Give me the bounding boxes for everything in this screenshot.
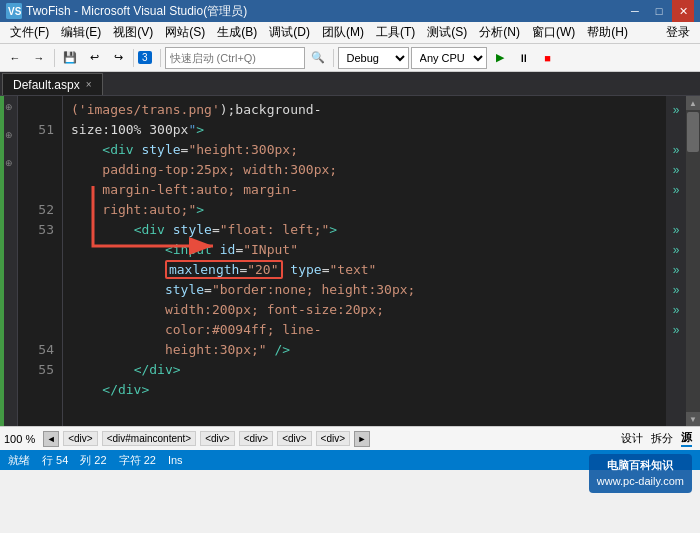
menu-help[interactable]: 帮助(H) xyxy=(581,22,634,43)
line-num-blank7 xyxy=(22,280,54,300)
menu-edit[interactable]: 编辑(E) xyxy=(55,22,107,43)
scroll-up-button[interactable]: ▲ xyxy=(686,96,700,110)
green-margin xyxy=(0,96,4,426)
menu-website[interactable]: 网站(S) xyxy=(159,22,211,43)
right-arrow-5: » xyxy=(673,220,680,240)
code-line-51b: padding-top:25px; width:300px; xyxy=(71,160,658,180)
code-line-53d: width:200px; font-size:20px; xyxy=(71,300,658,320)
vertical-scrollbar[interactable]: ▲ ▼ xyxy=(686,96,700,426)
bottom-toolbar: 100 % ◄ <div> <div#maincontent> <div> <d… xyxy=(0,426,700,450)
code-line-51c: margin-left:auto; margin- xyxy=(71,180,658,200)
right-annotations: » » » » » » » » » » xyxy=(666,96,686,426)
window-title: TwoFish - Microsoft Visual Studio(管理员) xyxy=(26,3,624,20)
version-badge: 3 xyxy=(138,51,152,64)
undo-button[interactable]: ↩ xyxy=(83,47,105,69)
vs-icon: VS xyxy=(6,3,22,19)
code-line-55: </div> xyxy=(71,380,658,400)
margin-icon-3: ⊕ xyxy=(5,158,13,168)
status-ready: 就绪 xyxy=(8,453,30,468)
scroll-down-button[interactable]: ▼ xyxy=(686,412,700,426)
right-arrow-1: » xyxy=(673,100,680,120)
line-num-blank5 xyxy=(22,240,54,260)
watermark-line1: 电脑百科知识 xyxy=(597,458,684,473)
path-item-4[interactable]: <div> xyxy=(239,431,273,446)
line-num-blank9 xyxy=(22,320,54,340)
menu-test[interactable]: 测试(S) xyxy=(421,22,473,43)
forward-button[interactable]: → xyxy=(28,47,50,69)
right-arrow-4: » xyxy=(673,180,680,200)
nav-left-button[interactable]: ◄ xyxy=(43,431,59,447)
config-select[interactable]: Debug Release xyxy=(338,47,409,69)
code-line-54: </div> xyxy=(71,360,658,380)
menu-team[interactable]: 团队(M) xyxy=(316,22,370,43)
menu-debug[interactable]: 调试(D) xyxy=(263,22,316,43)
code-line-51a: <div style="height:300px; xyxy=(71,140,658,160)
separator-4 xyxy=(333,49,334,67)
minimize-button[interactable]: ─ xyxy=(624,0,646,22)
code-line-1: ('images/trans.png');background- xyxy=(71,100,658,120)
line-num-blank3 xyxy=(22,160,54,180)
margin-icon-1: ⊕ xyxy=(5,102,13,112)
view-split-tab[interactable]: 拆分 xyxy=(651,431,673,446)
line-num-blank4 xyxy=(22,180,54,200)
code-line-1b: size:100% 300px"> xyxy=(71,120,658,140)
code-line-53c: style="border:none; height:30px; xyxy=(71,280,658,300)
path-item-3[interactable]: <div> xyxy=(200,431,234,446)
code-editor[interactable]: ('images/trans.png');background- size:10… xyxy=(63,96,666,426)
right-arrow-9: » xyxy=(673,300,680,320)
status-ins: Ins xyxy=(168,454,183,466)
path-item-2[interactable]: <div#maincontent> xyxy=(102,431,197,446)
path-item-1[interactable]: <div> xyxy=(63,431,97,446)
menu-build[interactable]: 生成(B) xyxy=(211,22,263,43)
title-bar: VS TwoFish - Microsoft Visual Studio(管理员… xyxy=(0,0,700,22)
save-button[interactable]: 💾 xyxy=(59,47,81,69)
scroll-track xyxy=(686,110,700,412)
tab-filename: Default.aspx xyxy=(13,78,80,92)
toolbar: ← → 💾 ↩ ↪ 3 🔍 Debug Release Any CPU x86 … xyxy=(0,44,700,72)
menu-file[interactable]: 文件(F) xyxy=(4,22,55,43)
view-design-tab[interactable]: 设计 xyxy=(621,431,643,446)
menu-tools[interactable]: 工具(T) xyxy=(370,22,421,43)
nav-right-button[interactable]: ► xyxy=(354,431,370,447)
scroll-thumb[interactable] xyxy=(687,112,699,152)
separator-1 xyxy=(54,49,55,67)
restore-button[interactable]: □ xyxy=(648,0,670,22)
code-line-52: <div style="float: left;"> xyxy=(71,220,658,240)
zoom-label: 100 % xyxy=(4,433,35,445)
margin-icon-2: ⊕ xyxy=(5,130,13,140)
right-arrow-3: » xyxy=(673,160,680,180)
tab-default-aspx[interactable]: Default.aspx × xyxy=(2,73,103,95)
separator-2 xyxy=(133,49,134,67)
svg-text:VS: VS xyxy=(8,6,22,17)
status-col: 列 22 xyxy=(80,453,106,468)
cpu-select[interactable]: Any CPU x86 x64 xyxy=(411,47,487,69)
menu-view[interactable]: 视图(V) xyxy=(107,22,159,43)
watermark-line2: www.pc-daily.com xyxy=(597,474,684,489)
view-source-tab[interactable]: 源 xyxy=(681,430,692,447)
redo-button[interactable]: ↪ xyxy=(107,47,129,69)
stop-button[interactable]: ■ xyxy=(537,47,559,69)
close-button[interactable]: ✕ xyxy=(672,0,694,22)
back-button[interactable]: ← xyxy=(4,47,26,69)
tab-close-icon[interactable]: × xyxy=(86,79,92,90)
pause-button[interactable]: ⏸ xyxy=(513,47,535,69)
line-num-51: 51 xyxy=(22,120,54,140)
status-row: 行 54 xyxy=(42,453,68,468)
run-button[interactable]: ▶ xyxy=(489,47,511,69)
line-num-blank8 xyxy=(22,300,54,320)
path-item-5[interactable]: <div> xyxy=(277,431,311,446)
right-arrow-10: » xyxy=(673,320,680,340)
menu-window[interactable]: 窗口(W) xyxy=(526,22,581,43)
line-numbers: 51 52 53 54 55 xyxy=(18,96,63,426)
menu-login[interactable]: 登录 xyxy=(660,22,696,43)
line-num-53: 53 xyxy=(22,220,54,240)
right-arrow-7: » xyxy=(673,260,680,280)
search-icon-button[interactable]: 🔍 xyxy=(307,47,329,69)
code-line-53a: <input id="INput" xyxy=(71,240,658,260)
path-item-6[interactable]: <div> xyxy=(316,431,350,446)
line-num-blank2 xyxy=(22,140,54,160)
right-arrow-2: » xyxy=(673,140,680,160)
right-arrow-8: » xyxy=(673,280,680,300)
menu-analyze[interactable]: 分析(N) xyxy=(473,22,526,43)
quick-launch-input[interactable] xyxy=(165,47,305,69)
